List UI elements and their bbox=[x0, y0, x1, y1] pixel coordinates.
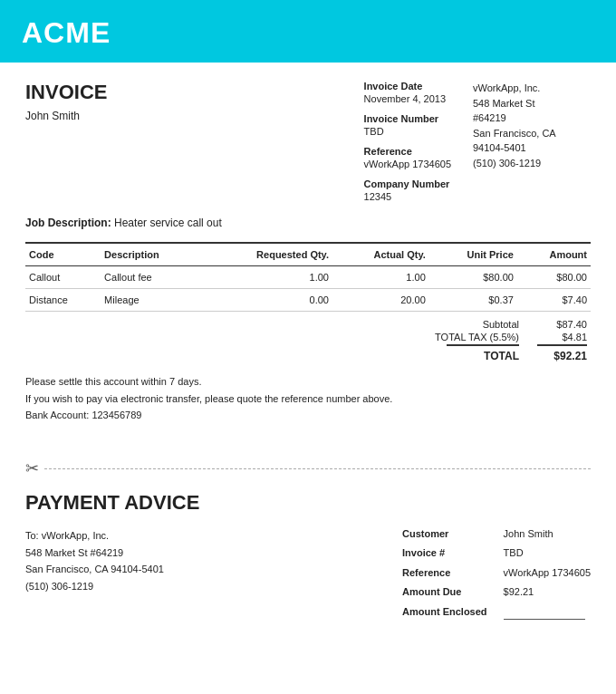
payment-field-values: John Smith TBD vWorkApp 1734605 $92.21 bbox=[504, 527, 591, 623]
col-header-amount: Amount bbox=[517, 243, 591, 266]
tax-row: TOTAL TAX (5.5%) $4.81 bbox=[406, 332, 587, 342]
company-address: vWorkApp, Inc. 548 Market St #64219 San … bbox=[473, 81, 591, 170]
payment-fields: Customer Invoice # Reference Amount Due … bbox=[402, 527, 591, 623]
footer-line3: Bank Account: 123456789 bbox=[25, 407, 591, 424]
pf-customer-label: Customer bbox=[402, 527, 487, 541]
invoice-company-number-value: 12345 bbox=[364, 191, 451, 202]
grand-total-label: TOTAL bbox=[447, 344, 519, 362]
company-addr-city: San Francisco, CA bbox=[473, 128, 556, 139]
invoice-top: INVOICE John Smith Invoice Date November… bbox=[25, 81, 591, 207]
dashed-line bbox=[44, 468, 591, 469]
footer-line2: If you wish to pay via electronic transf… bbox=[25, 390, 591, 408]
cell-unit-price: $0.37 bbox=[429, 289, 517, 312]
cell-amount: $80.00 bbox=[517, 266, 591, 289]
cut-line: ✂ bbox=[0, 458, 616, 478]
pf-amount-due-value: $92.21 bbox=[504, 585, 591, 599]
cell-unit-price: $80.00 bbox=[429, 266, 517, 289]
invoice-reference-label: Reference bbox=[364, 146, 451, 157]
payment-advice-body: To: vWorkApp, Inc. 548 Market St #64219 … bbox=[25, 527, 591, 623]
invoice-body: INVOICE John Smith Invoice Date November… bbox=[0, 63, 616, 449]
company-addr-suite: #64219 bbox=[473, 112, 506, 123]
company-addr-zip: 94104-5401 bbox=[473, 142, 526, 153]
invoice-meta-fields: Invoice Date November 4, 2013 Invoice Nu… bbox=[364, 81, 451, 207]
pf-reference-label: Reference bbox=[402, 566, 487, 580]
cell-description: Mileage bbox=[101, 289, 202, 312]
invoice-reference-value: vWorkApp 1734605 bbox=[364, 159, 451, 169]
table-row: Callout Callout fee 1.00 1.00 $80.00 $80… bbox=[25, 266, 591, 289]
pf-invoice-value: TBD bbox=[504, 546, 591, 560]
company-addr-street: 548 Market St bbox=[473, 98, 534, 109]
scissors-icon: ✂ bbox=[25, 458, 39, 478]
cell-code: Callout bbox=[25, 266, 101, 289]
payment-field-labels: Customer Invoice # Reference Amount Due … bbox=[402, 527, 487, 623]
col-header-requested-qty: Requested Qty. bbox=[202, 243, 332, 266]
job-description-value: Heater service call out bbox=[114, 217, 222, 229]
invoice-reference-row: Reference vWorkApp 1734605 bbox=[364, 146, 451, 171]
cell-code: Distance bbox=[25, 289, 101, 312]
col-header-actual-qty: Actual Qty. bbox=[332, 243, 429, 266]
totals-section: Subtotal $87.40 TOTAL TAX (5.5%) $4.81 T… bbox=[25, 319, 591, 364]
job-description: Job Description: Heater service call out bbox=[25, 217, 591, 229]
pf-amount-due-label: Amount Due bbox=[402, 585, 487, 599]
invoice-company-number-label: Company Number bbox=[364, 178, 451, 189]
company-addr-phone: (510) 306-1219 bbox=[473, 158, 541, 169]
subtotal-value: $87.40 bbox=[537, 319, 587, 330]
company-addr-name: vWorkApp, Inc. bbox=[473, 82, 540, 93]
payment-advice-title: PAYMENT ADVICE bbox=[25, 491, 591, 515]
invoice-company-number-row: Company Number 12345 bbox=[364, 178, 451, 204]
grand-total-value: $92.21 bbox=[537, 344, 587, 362]
amount-enclosed-line bbox=[504, 605, 585, 620]
invoice-date-label: Invoice Date bbox=[364, 81, 451, 92]
col-header-code: Code bbox=[25, 243, 101, 266]
grand-total-row: TOTAL $92.21 bbox=[406, 344, 587, 362]
pf-reference-value: vWorkApp 1734605 bbox=[504, 566, 591, 580]
invoice-number-row: Invoice Number TBD bbox=[364, 113, 451, 139]
subtotal-row: Subtotal $87.40 bbox=[406, 319, 587, 330]
cell-actual-qty: 20.00 bbox=[332, 289, 429, 312]
invoice-number-label: Invoice Number bbox=[364, 113, 451, 124]
header-bar: ACME bbox=[0, 0, 616, 63]
pf-invoice-label: Invoice # bbox=[402, 546, 487, 560]
to-block: To: vWorkApp, Inc. 548 Market St #64219 … bbox=[25, 527, 164, 623]
pf-customer-value: John Smith bbox=[504, 527, 591, 541]
pf-amount-enclosed-label: Amount Enclosed bbox=[402, 605, 487, 619]
cell-amount: $7.40 bbox=[517, 289, 591, 312]
footer-line1: Please settle this account within 7 days… bbox=[25, 373, 591, 390]
subtotal-label: Subtotal bbox=[447, 319, 519, 330]
job-description-label: Job Description: bbox=[25, 217, 111, 229]
col-header-description: Description bbox=[101, 243, 202, 266]
col-header-unit-price: Unit Price bbox=[429, 243, 517, 266]
to-label: To: bbox=[25, 530, 39, 541]
invoice-number-value: TBD bbox=[364, 126, 451, 137]
to-street: 548 Market St #64219 bbox=[25, 547, 123, 558]
pf-amount-enclosed-value bbox=[504, 605, 591, 623]
cell-actual-qty: 1.00 bbox=[332, 266, 429, 289]
invoice-client-name: John Smith bbox=[25, 110, 107, 122]
cell-requested-qty: 1.00 bbox=[202, 266, 332, 289]
tax-value: $4.81 bbox=[537, 332, 587, 342]
company-name: ACME bbox=[22, 16, 111, 49]
to-phone: (510) 306-1219 bbox=[25, 581, 93, 592]
cell-requested-qty: 0.00 bbox=[202, 289, 332, 312]
tax-label: TOTAL TAX (5.5%) bbox=[435, 332, 519, 342]
invoice-date-value: November 4, 2013 bbox=[364, 93, 451, 104]
items-table: Code Description Requested Qty. Actual Q… bbox=[25, 242, 591, 312]
invoice-title-block: INVOICE John Smith bbox=[25, 81, 107, 207]
invoice-title: INVOICE bbox=[25, 81, 107, 104]
payment-advice-section: PAYMENT ADVICE To: vWorkApp, Inc. 548 Ma… bbox=[0, 491, 616, 641]
invoice-date-row: Invoice Date November 4, 2013 bbox=[364, 81, 451, 106]
table-row: Distance Mileage 0.00 20.00 $0.37 $7.40 bbox=[25, 289, 591, 312]
to-city-state: San Francisco, CA 94104-5401 bbox=[25, 564, 164, 574]
footer-notes: Please settle this account within 7 days… bbox=[25, 373, 591, 424]
to-name: vWorkApp, Inc. bbox=[42, 530, 109, 541]
cell-description: Callout fee bbox=[101, 266, 202, 289]
